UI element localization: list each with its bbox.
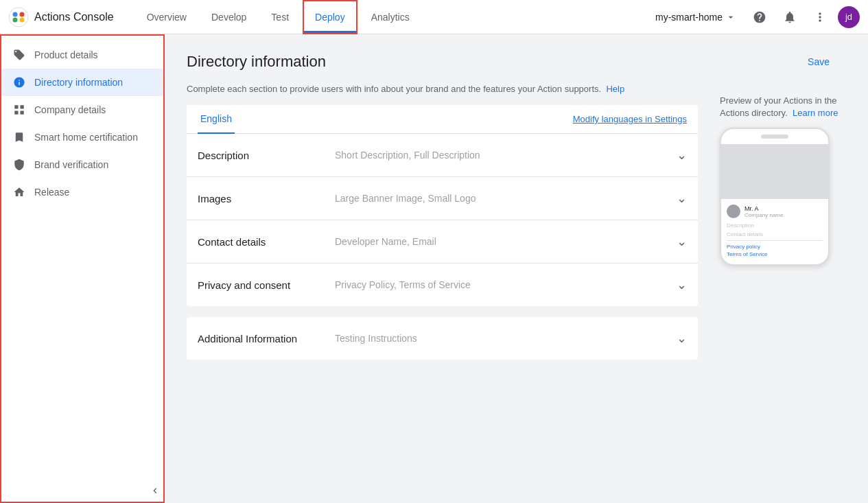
phone-avatar	[727, 204, 740, 218]
sections-card: English Modify languages in Settings Des…	[187, 105, 698, 306]
section-privacy-consent[interactable]: Privacy and consent Privacy Policy, Term…	[187, 264, 698, 306]
nav-right: my-smart-home jd	[650, 5, 860, 30]
preview-phone: Mr. A Company name Description Contact d…	[720, 128, 830, 266]
sidebar-item-product-details-label: Product details	[34, 49, 98, 60]
sidebar-item-directory-information[interactable]: Directory information	[1, 69, 163, 96]
app-title: Actions Console	[34, 11, 114, 23]
nav-analytics[interactable]: Analytics	[360, 0, 421, 34]
page-header: Directory information Save	[187, 51, 846, 73]
additional-information-card: Additional Information Testing Instructi…	[187, 317, 698, 360]
page-title: Directory information	[187, 53, 326, 71]
svg-point-0	[9, 8, 28, 27]
more-vert-icon	[813, 10, 827, 24]
language-tabs: English Modify languages in Settings	[187, 105, 698, 134]
sidebar-item-smart-home-certification-label: Smart home certification	[34, 132, 138, 143]
phone-content: Mr. A Company name Description Contact d…	[721, 199, 828, 264]
grid-icon	[12, 103, 26, 117]
section-images-chevron: ⌄	[677, 191, 687, 206]
section-privacy-chevron: ⌄	[677, 277, 687, 292]
avatar[interactable]: jd	[838, 6, 860, 28]
section-contact-chevron: ⌄	[677, 234, 687, 249]
sidebar-item-company-details[interactable]: Company details	[1, 96, 163, 124]
section-images[interactable]: Images Large Banner Image, Small Logo ⌄	[187, 177, 698, 220]
help-link[interactable]: Help	[606, 84, 624, 94]
sidebar-item-company-details-label: Company details	[34, 104, 106, 115]
info-icon	[12, 75, 26, 89]
project-selector[interactable]: my-smart-home	[650, 9, 742, 25]
nav-links: Overview Develop Test Deploy Analytics	[136, 0, 650, 34]
sidebar-item-brand-verification-label: Brand verification	[34, 159, 108, 170]
sidebar-item-brand-verification[interactable]: Brand verification	[1, 151, 163, 178]
sidebar-item-directory-information-label: Directory information	[34, 77, 123, 88]
nav-test[interactable]: Test	[260, 0, 300, 34]
sidebar-item-release[interactable]: Release	[1, 178, 163, 206]
release-icon	[12, 185, 26, 199]
chevron-down-icon	[725, 12, 736, 23]
svg-point-1	[13, 12, 18, 16]
two-col-layout: Complete each section to provide users w…	[187, 84, 846, 360]
notifications-button[interactable]	[777, 5, 802, 30]
nav-develop[interactable]: Develop	[200, 0, 257, 34]
svg-point-3	[13, 17, 18, 22]
save-button[interactable]: Save	[791, 51, 846, 73]
learn-more-link[interactable]: Learn more	[793, 108, 838, 118]
more-options-button[interactable]	[808, 5, 832, 30]
sidebar-item-product-details[interactable]: Product details	[1, 41, 163, 69]
preview-title: Preview of your Actions in the Actions d…	[720, 95, 846, 119]
bookmark-icon	[12, 130, 26, 144]
language-tab-english[interactable]: English	[198, 105, 235, 134]
top-nav: Actions Console Overview Develop Test De…	[0, 0, 868, 34]
phone-profile-text: Mr. A Company name	[744, 205, 783, 218]
sidebar-item-release-label: Release	[34, 187, 69, 198]
bell-icon	[783, 10, 797, 24]
chevron-left-icon	[150, 485, 161, 496]
nav-overview[interactable]: Overview	[136, 0, 198, 34]
nav-deploy[interactable]: Deploy	[303, 0, 357, 34]
tag-icon	[12, 48, 26, 62]
help-icon	[753, 10, 766, 24]
main-content: Directory information Save Complete each…	[165, 34, 868, 503]
sidebar: Product details Directory information Co…	[0, 34, 165, 503]
sidebar-collapse-button[interactable]	[147, 480, 163, 502]
info-text: Complete each section to provide users w…	[187, 84, 698, 94]
sidebar-item-smart-home-certification[interactable]: Smart home certification	[1, 124, 163, 151]
svg-point-2	[20, 12, 25, 16]
main-layout: Product details Directory information Co…	[0, 34, 868, 503]
section-additional-information[interactable]: Additional Information Testing Instructi…	[187, 317, 698, 360]
preview-panel: Preview of your Actions in the Actions d…	[709, 84, 846, 360]
phone-profile: Mr. A Company name	[727, 204, 823, 218]
phone-speaker	[761, 134, 788, 139]
section-contact-details[interactable]: Contact details Developer Name, Email ⌄	[187, 220, 698, 264]
google-logo-icon	[8, 7, 29, 27]
svg-point-4	[20, 17, 25, 22]
help-button[interactable]	[747, 5, 772, 30]
modify-languages-link[interactable]: Modify languages in Settings	[573, 114, 687, 124]
shield-icon	[12, 158, 26, 172]
main-col: Complete each section to provide users w…	[187, 84, 698, 360]
phone-screen-banner	[721, 144, 828, 199]
phone-divider	[727, 240, 823, 241]
section-additional-chevron: ⌄	[677, 331, 687, 346]
section-description-chevron: ⌄	[677, 148, 687, 163]
section-description[interactable]: Description Short Description, Full Desc…	[187, 134, 698, 177]
